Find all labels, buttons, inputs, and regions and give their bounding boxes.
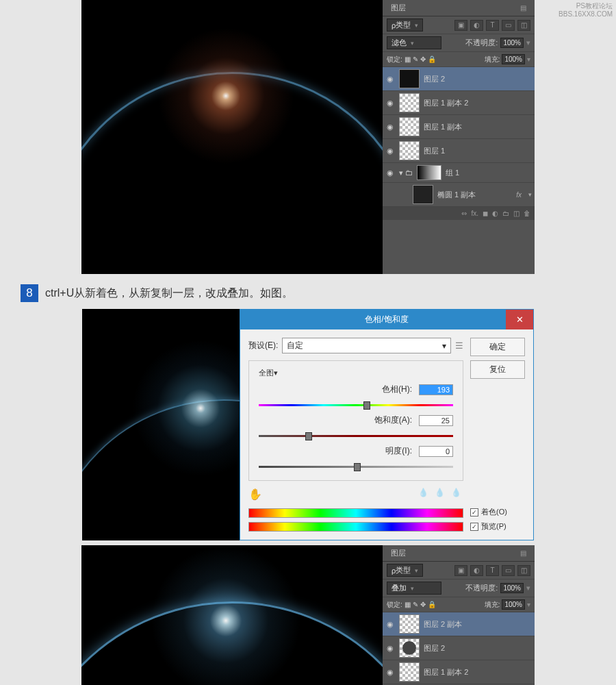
filter-adjust-icon[interactable]: ◐ xyxy=(470,565,483,576)
layer-row[interactable]: ◉图层 1 副本 2 xyxy=(383,660,535,684)
light-input[interactable]: 0 xyxy=(419,446,453,457)
close-icon[interactable]: ✕ xyxy=(506,310,533,329)
lock-pos-icon[interactable]: ✥ xyxy=(420,601,426,608)
visibility-icon[interactable]: ◉ xyxy=(385,99,395,108)
cancel-button[interactable]: 复位 xyxy=(470,360,525,379)
folder-icon: ▾ 🗀 xyxy=(399,169,413,177)
lock-paint-icon[interactable]: ✎ xyxy=(413,601,418,608)
visibility-icon[interactable]: ◉ xyxy=(385,169,395,177)
opacity-value[interactable]: 100% xyxy=(500,583,524,593)
fill-label: 填充: xyxy=(485,600,500,610)
adjust-icon[interactable]: ◐ xyxy=(492,210,498,217)
visibility-icon[interactable]: ◉ xyxy=(385,123,395,132)
spectrum-bar-2 xyxy=(248,522,463,532)
channel-select[interactable]: 全图▾ xyxy=(259,368,307,378)
visibility-icon[interactable]: ◉ xyxy=(385,620,395,629)
lens-flare-blue xyxy=(151,545,301,685)
filter-adjust-icon[interactable]: ◐ xyxy=(470,20,483,31)
spectrum-bar xyxy=(248,508,463,518)
fill-value[interactable]: 100% xyxy=(502,54,525,64)
sat-slider[interactable] xyxy=(259,430,453,441)
hue-saturation-dialog: 色相/饱和度✕ 预设(E): 自定▾ ☰ 全图▾ 色相(H):193 饱和度(A… xyxy=(240,309,534,540)
lock-label: 锁定: xyxy=(387,600,402,610)
lock-pos-icon[interactable]: ✥ xyxy=(420,55,426,63)
visibility-icon[interactable]: ◉ xyxy=(385,75,395,84)
new-layer-icon[interactable]: ◫ xyxy=(513,210,519,217)
filter-image-icon[interactable]: ▣ xyxy=(454,565,467,576)
layer-row[interactable]: 椭圆 1 副本fx▾ xyxy=(383,183,535,207)
visibility-icon[interactable]: ◉ xyxy=(385,147,395,155)
sat-label: 饱和度(A): xyxy=(259,414,419,426)
filter-image-icon[interactable]: ▣ xyxy=(454,20,467,31)
fill-value[interactable]: 100% xyxy=(502,599,525,610)
lock-label: 锁定: xyxy=(387,55,402,64)
panel-menu-icon[interactable]: ▤ xyxy=(515,3,532,13)
mask-icon[interactable]: ◼ xyxy=(483,210,488,217)
filter-type-select[interactable]: ρ 类型 xyxy=(387,18,423,32)
panel-tab[interactable]: 图层 xyxy=(385,547,411,560)
visibility-icon[interactable]: ◉ xyxy=(385,668,395,677)
light-slider[interactable] xyxy=(259,461,453,472)
preview-checkbox[interactable]: ✓预览(P) xyxy=(470,521,525,532)
fx-icon[interactable]: fx. xyxy=(471,210,478,217)
hue-input[interactable]: 193 xyxy=(419,384,453,395)
ok-button[interactable]: 确定 xyxy=(470,338,525,356)
group-row[interactable]: ◉▾ 🗀 组 1 xyxy=(383,163,535,183)
layer-row[interactable]: ◉图层 1 副本 xyxy=(383,115,535,139)
layer-row[interactable]: ◉图层 2 副本 xyxy=(383,612,535,636)
blend-mode-select[interactable]: 滤色 xyxy=(387,36,441,49)
eyedropper-sub-icon[interactable]: 💧 xyxy=(451,488,463,500)
lock-all-icon[interactable]: 🔒 xyxy=(428,55,436,63)
step-text: ctrl+U从新着色，从新复制一层，改成叠加。如图。 xyxy=(45,284,293,302)
lock-all-icon[interactable]: 🔒 xyxy=(428,601,436,608)
blend-mode-select[interactable]: 叠加 xyxy=(387,582,441,595)
screenshot-3: 图层▤ ρ 类型 ▣ ◐ T ▭ ◫ 叠加 不透明度: 100%▾ 锁定: ▦ … xyxy=(81,545,535,685)
hand-icon[interactable]: ✋ xyxy=(248,488,262,501)
delete-icon[interactable]: 🗑 xyxy=(524,210,530,217)
filter-text-icon[interactable]: T xyxy=(486,20,499,31)
opacity-label: 不透明度: xyxy=(465,38,498,48)
filter-text-icon[interactable]: T xyxy=(486,565,499,576)
preset-label: 预设(E): xyxy=(248,340,278,351)
hue-slider[interactable] xyxy=(259,399,453,410)
layer-row[interactable]: ◉图层 2 xyxy=(383,67,535,91)
opacity-value[interactable]: 100% xyxy=(500,38,524,48)
watermark-line1: PS教程论坛 xyxy=(559,2,613,10)
screenshot-2: 色相/饱和度✕ 预设(E): 自定▾ ☰ 全图▾ 色相(H):193 饱和度(A… xyxy=(82,309,534,540)
colorize-checkbox[interactable]: ✓着色(O) xyxy=(470,507,525,517)
lock-paint-icon[interactable]: ✎ xyxy=(413,55,418,63)
watermark-line2: BBS.16XX8.COM xyxy=(559,10,613,18)
group-icon[interactable]: 🗀 xyxy=(502,210,509,217)
link-icon[interactable]: ⇔ xyxy=(461,210,467,217)
lock-trans-icon[interactable]: ▦ xyxy=(405,55,411,63)
fill-label: 填充: xyxy=(485,55,500,64)
light-label: 明度(I): xyxy=(259,445,419,457)
hue-label: 色相(H): xyxy=(259,384,419,395)
eyedropper-add-icon[interactable]: 💧 xyxy=(435,488,447,500)
visibility-icon[interactable]: ◉ xyxy=(385,644,395,653)
opacity-label: 不透明度: xyxy=(465,583,498,593)
layers-panel-1: 图层▤ ρ 类型 ▣ ◐ T ▭ ◫ 滤色 不透明度: 100%▾ 锁定: ▦ … xyxy=(383,0,535,274)
screenshot-1: 图层▤ ρ 类型 ▣ ◐ T ▭ ◫ 滤色 不透明度: 100%▾ 锁定: ▦ … xyxy=(81,0,535,274)
fx-badge[interactable]: fx xyxy=(516,191,524,199)
filter-shape-icon[interactable]: ▭ xyxy=(502,20,515,31)
preset-menu-icon[interactable]: ☰ xyxy=(455,340,463,351)
layers-panel-2: 图层▤ ρ 类型 ▣ ◐ T ▭ ◫ 叠加 不透明度: 100%▾ 锁定: ▦ … xyxy=(383,545,535,685)
layer-row[interactable]: ◉图层 1 xyxy=(383,139,535,163)
panel-menu-icon[interactable]: ▤ xyxy=(515,548,532,558)
preset-select[interactable]: 自定▾ xyxy=(282,338,451,353)
lens-flare-orange xyxy=(157,27,294,164)
eyedropper-icon[interactable]: 💧 xyxy=(418,488,431,500)
filter-smart-icon[interactable]: ◫ xyxy=(517,565,530,576)
step-number: 8 xyxy=(21,284,38,302)
dialog-title: 色相/饱和度✕ xyxy=(240,310,533,329)
layer-row[interactable]: ◉图层 1 副本 2 xyxy=(383,91,535,115)
layer-row[interactable]: ◉图层 2 xyxy=(383,636,535,660)
sat-input[interactable]: 25 xyxy=(419,415,453,426)
filter-shape-icon[interactable]: ▭ xyxy=(502,565,515,576)
panel-tab[interactable]: 图层 xyxy=(385,1,411,14)
lock-trans-icon[interactable]: ▦ xyxy=(405,601,411,608)
filter-type-select[interactable]: ρ 类型 xyxy=(387,564,423,577)
filter-smart-icon[interactable]: ◫ xyxy=(517,20,530,31)
